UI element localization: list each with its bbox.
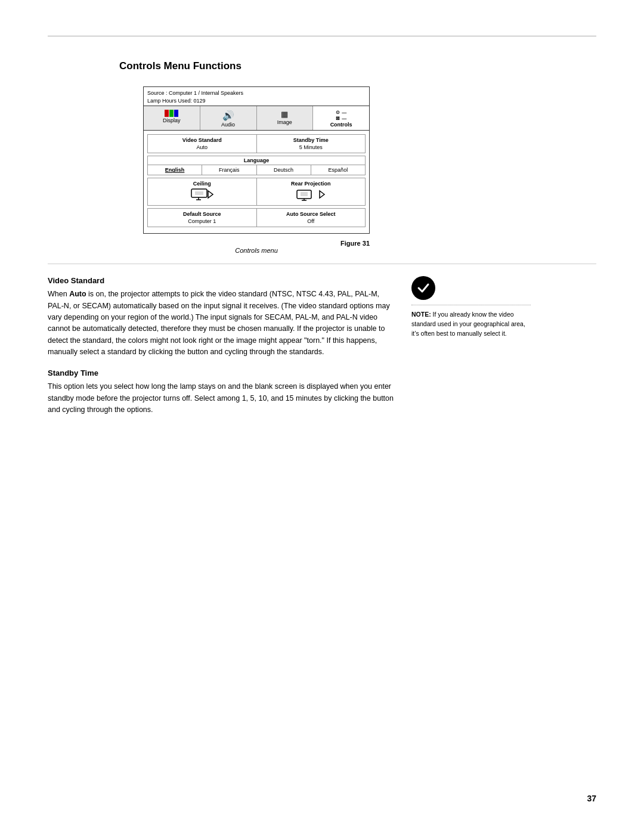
- svg-marker-4: [208, 191, 213, 198]
- figure-label: Figure 31: [143, 240, 370, 247]
- language-header: Language: [148, 156, 365, 165]
- tab-controls-label: Controls: [330, 122, 352, 128]
- note-icon: [411, 276, 435, 300]
- note-dots: [411, 305, 531, 305]
- menu-ui-container: Source : Computer 1 / Internal Speakers …: [143, 86, 370, 234]
- tab-controls[interactable]: ⊙ — ⊠ — Controls: [313, 106, 369, 130]
- menu-ui-tabs: Display 🔊 Audio ▦ Image ⊙: [144, 106, 369, 131]
- tab-audio[interactable]: 🔊 Audio: [200, 106, 257, 130]
- note-icon-area: [411, 276, 531, 300]
- auto-source-value: Off: [261, 218, 362, 224]
- menu-ui-header: Source : Computer 1 / Internal Speakers …: [144, 87, 369, 106]
- default-source-cell[interactable]: Default Source Computer 1: [148, 209, 257, 227]
- controls-icon: ⊙ — ⊠ —: [314, 110, 368, 121]
- tab-image[interactable]: ▦ Image: [257, 106, 314, 130]
- ceiling-label: Ceiling: [151, 181, 253, 187]
- standby-time-body: This option lets you select how long the…: [48, 381, 394, 416]
- menu-row-1: Video Standard Auto Standby Time 5 Minut…: [147, 134, 366, 153]
- standby-time-value: 5 Minutes: [261, 144, 362, 150]
- header-line2: Lamp Hours Used: 0129: [147, 97, 366, 105]
- menu-row-icons: Ceiling Rear: [147, 178, 366, 206]
- video-standard-heading: Video Standard: [48, 276, 394, 285]
- svg-rect-6: [301, 192, 308, 196]
- main-text: Video Standard When Auto is on, the proj…: [48, 276, 394, 426]
- menu-ui-content: Video Standard Auto Standby Time 5 Minut…: [144, 131, 369, 233]
- header-line1: Source : Computer 1 / Internal Speakers: [147, 89, 366, 97]
- audio-icon: 🔊: [202, 110, 255, 121]
- page-number: 37: [587, 794, 596, 803]
- ceiling-cell[interactable]: Ceiling: [148, 178, 257, 205]
- svg-marker-9: [320, 191, 324, 198]
- video-standard-value: Auto: [151, 144, 253, 150]
- default-source-value: Computer 1: [151, 218, 253, 224]
- rear-projection-cell[interactable]: Rear Projection: [257, 178, 366, 205]
- tab-audio-label: Audio: [221, 122, 235, 128]
- standby-time-heading: Standby Time: [48, 368, 394, 377]
- menu-row-bottom: Default Source Computer 1 Auto Source Se…: [147, 208, 366, 227]
- video-standard-label: Video Standard: [151, 137, 253, 143]
- language-buttons: English Français Deutsch Español: [148, 165, 365, 175]
- auto-source-label: Auto Source Select: [261, 211, 362, 217]
- sidebar-note: NOTE: If you already know the video stan…: [411, 276, 531, 426]
- lang-btn-espanol[interactable]: Español: [311, 165, 365, 175]
- svg-rect-1: [195, 191, 203, 195]
- note-text: NOTE: If you already know the video stan…: [411, 310, 531, 338]
- video-standard-body: When Auto is on, the projector attempts …: [48, 289, 394, 358]
- tab-image-label: Image: [277, 119, 292, 125]
- auto-source-cell[interactable]: Auto Source Select Off: [257, 209, 366, 227]
- note-label: NOTE:: [411, 311, 431, 318]
- lang-btn-francais[interactable]: Français: [202, 165, 256, 175]
- rear-projection-icon: [261, 188, 362, 203]
- image-icon: ▦: [258, 110, 312, 119]
- standby-time-label: Standby Time: [261, 137, 362, 143]
- figure-area: Figure 31 Controls menu: [143, 240, 370, 254]
- menu-ui-box: Source : Computer 1 / Internal Speakers …: [143, 86, 370, 234]
- auto-bold: Auto: [69, 290, 86, 298]
- rear-projection-label: Rear Projection: [261, 181, 362, 187]
- checkmark-icon: [416, 280, 431, 296]
- section-title: Controls Menu Functions: [119, 60, 596, 72]
- tab-display[interactable]: Display: [144, 106, 200, 130]
- lang-btn-english[interactable]: English: [148, 165, 202, 175]
- language-row: Language English Français Deutsch Españo…: [147, 156, 366, 175]
- page-container: Controls Menu Functions Source : Compute…: [0, 0, 644, 833]
- section-divider: [48, 264, 596, 264]
- standby-time-cell[interactable]: Standby Time 5 Minutes: [257, 135, 366, 153]
- top-rule: [48, 36, 596, 36]
- default-source-label: Default Source: [151, 211, 253, 217]
- content-area: Video Standard When Auto is on, the proj…: [48, 276, 596, 426]
- ceiling-icon: [151, 188, 253, 203]
- figure-caption: Controls menu: [143, 247, 370, 254]
- video-standard-cell[interactable]: Video Standard Auto: [148, 135, 257, 153]
- tab-display-label: Display: [163, 117, 181, 123]
- lang-btn-deutsch[interactable]: Deutsch: [257, 165, 311, 175]
